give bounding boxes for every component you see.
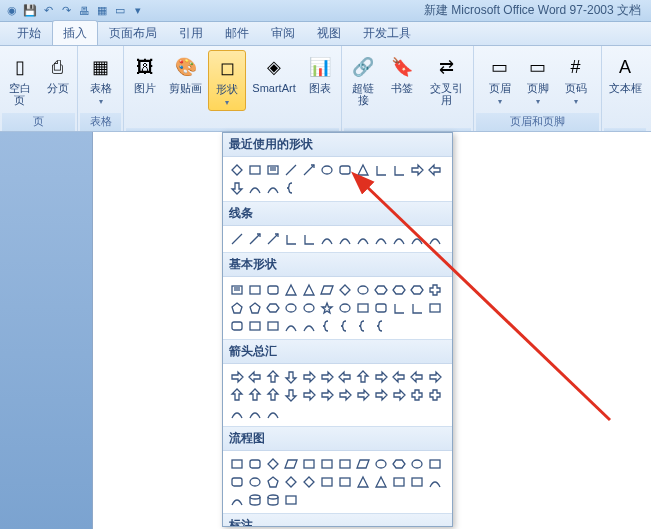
shape-rect[interactable]: [336, 473, 354, 491]
shape-larrow[interactable]: [426, 161, 444, 179]
footer-button[interactable]: ▭页脚▾: [520, 50, 556, 109]
shape-oval[interactable]: [300, 299, 318, 317]
shape-curve[interactable]: [264, 404, 282, 422]
shape-hex[interactable]: [264, 299, 282, 317]
tab-insert[interactable]: 插入: [52, 20, 98, 45]
textbox-button[interactable]: A文本框: [605, 50, 646, 95]
shape-uarrow[interactable]: [354, 368, 372, 386]
shape-brace[interactable]: [354, 317, 372, 335]
shape-rect[interactable]: [318, 455, 336, 473]
shape-rect[interactable]: [300, 455, 318, 473]
blank-page-button[interactable]: ▯空白页: [2, 50, 38, 107]
shape-pent[interactable]: [264, 473, 282, 491]
tab-view[interactable]: 视图: [306, 20, 352, 45]
tab-layout[interactable]: 页面布局: [98, 20, 168, 45]
office-button[interactable]: ◉: [4, 3, 20, 19]
shape-darrow[interactable]: [228, 179, 246, 197]
shape-pent[interactable]: [228, 299, 246, 317]
shape-rarrow[interactable]: [300, 368, 318, 386]
shape-hex[interactable]: [390, 281, 408, 299]
shape-tri[interactable]: [372, 473, 390, 491]
shape-rarrow[interactable]: [354, 386, 372, 404]
page-break-button[interactable]: ⎙分页: [40, 50, 76, 95]
shape-curve[interactable]: [300, 317, 318, 335]
shape-L[interactable]: [300, 230, 318, 248]
shape-rect[interactable]: [246, 317, 264, 335]
shape-rarrow[interactable]: [390, 386, 408, 404]
shape-rect[interactable]: [318, 473, 336, 491]
shape-larrow[interactable]: [336, 368, 354, 386]
shape-plus[interactable]: [426, 386, 444, 404]
shape-rarrow[interactable]: [336, 386, 354, 404]
shape-curve[interactable]: [354, 230, 372, 248]
shape-rect[interactable]: [408, 473, 426, 491]
picture-button[interactable]: 🖼图片: [127, 50, 163, 95]
shape-rarrow[interactable]: [318, 386, 336, 404]
cross-ref-button[interactable]: ⇄交叉引用: [422, 50, 471, 107]
page-number-button[interactable]: #页码▾: [558, 50, 594, 109]
shape-diam[interactable]: [300, 473, 318, 491]
shape-plus[interactable]: [426, 281, 444, 299]
shape-rect[interactable]: [336, 455, 354, 473]
shape-arrow[interactable]: [246, 230, 264, 248]
qat-more-icon[interactable]: ▾: [130, 3, 146, 19]
shape-arrow[interactable]: [300, 161, 318, 179]
header-button[interactable]: ▭页眉▾: [482, 50, 518, 109]
shape-rrect[interactable]: [336, 161, 354, 179]
shape-line[interactable]: [282, 161, 300, 179]
shape-pent[interactable]: [246, 299, 264, 317]
shape-brace[interactable]: [282, 179, 300, 197]
shape-uarrow[interactable]: [246, 386, 264, 404]
shape-cyl[interactable]: [264, 491, 282, 509]
undo-icon[interactable]: ↶: [40, 3, 56, 19]
shape-rrect[interactable]: [228, 473, 246, 491]
shape-arrow[interactable]: [264, 230, 282, 248]
shape-rect[interactable]: [282, 491, 300, 509]
shape-L[interactable]: [390, 161, 408, 179]
shape-rrect[interactable]: [246, 455, 264, 473]
shape-tri[interactable]: [354, 473, 372, 491]
shape-hex[interactable]: [390, 455, 408, 473]
shape-diam[interactable]: [282, 473, 300, 491]
shape-para[interactable]: [318, 281, 336, 299]
shape-diam[interactable]: [336, 281, 354, 299]
shape-brace[interactable]: [318, 317, 336, 335]
shape-curve[interactable]: [282, 317, 300, 335]
shape-curve[interactable]: [228, 404, 246, 422]
shape-rrect[interactable]: [372, 299, 390, 317]
shape-plus[interactable]: [408, 386, 426, 404]
shape-rect[interactable]: [228, 455, 246, 473]
shape-curve[interactable]: [408, 230, 426, 248]
shape-L[interactable]: [282, 230, 300, 248]
tab-references[interactable]: 引用: [168, 20, 214, 45]
redo-icon[interactable]: ↷: [58, 3, 74, 19]
shape-uarrow[interactable]: [264, 368, 282, 386]
shape-rarrow[interactable]: [300, 386, 318, 404]
tab-review[interactable]: 审阅: [260, 20, 306, 45]
shape-hex[interactable]: [408, 281, 426, 299]
shape-rarrow[interactable]: [318, 368, 336, 386]
shape-rarrow[interactable]: [408, 161, 426, 179]
shape-curve[interactable]: [228, 491, 246, 509]
shape-oval[interactable]: [372, 455, 390, 473]
chart-button[interactable]: 📊图表: [302, 50, 338, 95]
print-icon[interactable]: 🖶: [76, 3, 92, 19]
qat-icon[interactable]: ▦: [94, 3, 110, 19]
shape-larrow[interactable]: [390, 368, 408, 386]
shape-rarrow[interactable]: [372, 368, 390, 386]
shape-diam[interactable]: [264, 455, 282, 473]
shape-rarrow[interactable]: [426, 368, 444, 386]
shape-darrow[interactable]: [282, 368, 300, 386]
shape-para[interactable]: [282, 455, 300, 473]
shape-oval[interactable]: [408, 455, 426, 473]
shape-rect[interactable]: [426, 299, 444, 317]
shape-oval[interactable]: [318, 161, 336, 179]
shape-hex[interactable]: [372, 281, 390, 299]
shape-rarrow[interactable]: [228, 368, 246, 386]
shape-rrect[interactable]: [228, 317, 246, 335]
qat-icon[interactable]: ▭: [112, 3, 128, 19]
shape-para[interactable]: [354, 455, 372, 473]
shape-brace[interactable]: [372, 317, 390, 335]
shape-curve[interactable]: [426, 230, 444, 248]
shape-oval[interactable]: [282, 299, 300, 317]
